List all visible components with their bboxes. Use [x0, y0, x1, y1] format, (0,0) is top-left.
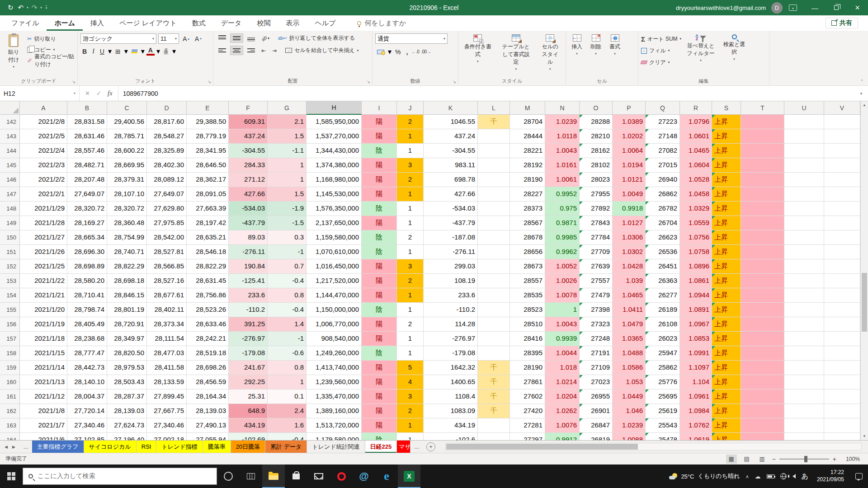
cell-Q147[interactable]: 26862	[646, 187, 680, 202]
cell-R151[interactable]: 1.0758	[680, 245, 712, 259]
cell-E146[interactable]: 28,362.17	[187, 173, 229, 187]
cell-E160[interactable]: 28,456.59	[187, 375, 229, 389]
cell-F158[interactable]: -179.08	[229, 346, 268, 361]
cell-M164[interactable]: 27297	[510, 433, 545, 440]
cell-R159[interactable]: 1.1097	[680, 361, 712, 375]
cell-G152[interactable]: 0.7	[268, 259, 307, 274]
cell-L159[interactable]: 千	[478, 361, 510, 375]
cell-J149[interactable]: 1	[397, 216, 424, 230]
cell-N149[interactable]: 0.9871	[545, 216, 580, 230]
cell-G150[interactable]: 0.3	[268, 230, 307, 245]
cell-G156[interactable]: 1.4	[268, 317, 307, 332]
cell-E145[interactable]: 28,646.50	[187, 158, 229, 173]
share-button[interactable]: 共有	[826, 18, 858, 28]
cell-B144[interactable]: 28,557.46	[67, 144, 107, 158]
row-header-153[interactable]: 153	[0, 274, 20, 288]
cell-I158[interactable]: 陰	[362, 346, 397, 361]
cell-T142[interactable]	[741, 115, 784, 129]
cell-E156[interactable]: 28,633.46	[187, 317, 229, 332]
cell-K161[interactable]: 1108.4	[424, 389, 478, 404]
cell-B155[interactable]: 28,798.74	[67, 303, 107, 317]
cell-F163[interactable]: 434.19	[229, 418, 268, 433]
cell-T161[interactable]	[741, 389, 784, 404]
number-dialog-launcher-icon[interactable]: ↘	[453, 80, 456, 84]
cell-R158[interactable]: 1.0991	[680, 346, 712, 361]
align-middle-button[interactable]	[230, 33, 243, 43]
cell-A145[interactable]: 2021/2/3	[20, 158, 67, 173]
cell-U154[interactable]	[784, 288, 824, 303]
cell-C147[interactable]: 28,107.10	[107, 187, 147, 202]
cell-S148[interactable]: 上昇	[712, 202, 741, 216]
row-header-162[interactable]: 162	[0, 404, 20, 418]
cell-F153[interactable]: -125.41	[229, 274, 268, 288]
cell-Q145[interactable]: 27015	[646, 158, 680, 173]
cell-J143[interactable]: 1	[397, 129, 424, 144]
cell-B164[interactable]: 27,102.85	[67, 433, 107, 440]
bold-button[interactable]: B	[80, 47, 89, 56]
cell-E148[interactable]: 27,663.39	[187, 202, 229, 216]
cell-O146[interactable]: 28023	[580, 173, 613, 187]
cell-R152[interactable]: 1.0896	[680, 259, 712, 274]
cell-F150[interactable]: 89.03	[229, 230, 268, 245]
cell-Q162[interactable]: 25619	[646, 404, 680, 418]
email-app-button[interactable]: @	[353, 465, 375, 488]
cell-L152[interactable]	[478, 259, 510, 274]
cell-J148[interactable]: 1	[397, 202, 424, 216]
column-header-M[interactable]: M	[510, 101, 545, 115]
sheet-tabs-overflow-left[interactable]: ...	[20, 441, 32, 453]
cell-D153[interactable]: 28,527.16	[147, 274, 187, 288]
cell-R155[interactable]: 1.0891	[680, 303, 712, 317]
fill-caret-icon[interactable]: ▾	[141, 47, 145, 56]
cell-F162[interactable]: 648.9	[229, 404, 268, 418]
cell-C143[interactable]: 28,785.71	[107, 129, 147, 144]
cell-K156[interactable]: 114.28	[424, 317, 478, 332]
cell-A150[interactable]: 2021/1/27	[20, 230, 67, 245]
ribbon-tab-1[interactable]: ホーム	[47, 15, 83, 31]
cell-J142[interactable]: 2	[397, 115, 424, 129]
cell-U142[interactable]	[784, 115, 824, 129]
cell-M161[interactable]: 27602	[510, 389, 545, 404]
cell-V148[interactable]	[824, 202, 860, 216]
cell-P164[interactable]: 1.0088	[613, 433, 646, 440]
cell-E157[interactable]: 28,242.21	[187, 332, 229, 346]
cell-J161[interactable]: 3	[397, 389, 424, 404]
cell-E142[interactable]: 29,388.50	[187, 115, 229, 129]
cell-N142[interactable]: 1.0239	[545, 115, 580, 129]
sheet-nav-left-icon[interactable]: ◀	[5, 445, 8, 449]
cell-I156[interactable]: 陽	[362, 317, 397, 332]
cell-P147[interactable]: 1.0049	[613, 187, 646, 202]
cell-D147[interactable]: 27,649.07	[147, 187, 187, 202]
column-header-L[interactable]: L	[478, 101, 510, 115]
cell-O153[interactable]: 27557	[580, 274, 613, 288]
cell-E147[interactable]: 28,091.05	[187, 187, 229, 202]
merge-center-button[interactable]: ↔セルを結合して中央揃え▾	[285, 47, 359, 54]
cell-A158[interactable]: 2021/1/15	[20, 346, 67, 361]
cell-V143[interactable]	[824, 129, 860, 144]
select-all-corner[interactable]	[0, 101, 20, 115]
column-header-G[interactable]: G	[268, 101, 307, 115]
cell-J160[interactable]: 4	[397, 375, 424, 389]
cell-R143[interactable]: 1.0601	[680, 129, 712, 144]
horizontal-scrollbar[interactable]	[445, 443, 862, 450]
row-header-142[interactable]: 142	[0, 115, 20, 129]
cell-H145[interactable]: 1,374,380,000	[307, 158, 362, 173]
cell-F151[interactable]: -276.11	[229, 245, 268, 259]
enter-icon[interactable]: ✓	[96, 90, 101, 97]
cell-B160[interactable]: 28,140.10	[67, 375, 107, 389]
cell-G154[interactable]: 0.8	[268, 288, 307, 303]
cell-R157[interactable]: 1.0853	[680, 332, 712, 346]
cell-P142[interactable]: 1.0389	[613, 115, 646, 129]
cell-P143[interactable]: 1.0202	[613, 129, 646, 144]
column-header-D[interactable]: D	[147, 101, 187, 115]
cell-B150[interactable]: 28,665.34	[67, 230, 107, 245]
cell-R149[interactable]: 1.0559	[680, 216, 712, 230]
cell-L153[interactable]	[478, 274, 510, 288]
cell-M145[interactable]: 28192	[510, 158, 545, 173]
cell-G164[interactable]: -0.4	[268, 433, 307, 440]
cell-M155[interactable]: 28523	[510, 303, 545, 317]
cell-K155[interactable]: -110.2	[424, 303, 478, 317]
column-header-A[interactable]: A	[20, 101, 67, 115]
cell-H147[interactable]: 1,145,530,000	[307, 187, 362, 202]
cell-E161[interactable]: 28,164.34	[187, 389, 229, 404]
cell-U150[interactable]	[784, 230, 824, 245]
